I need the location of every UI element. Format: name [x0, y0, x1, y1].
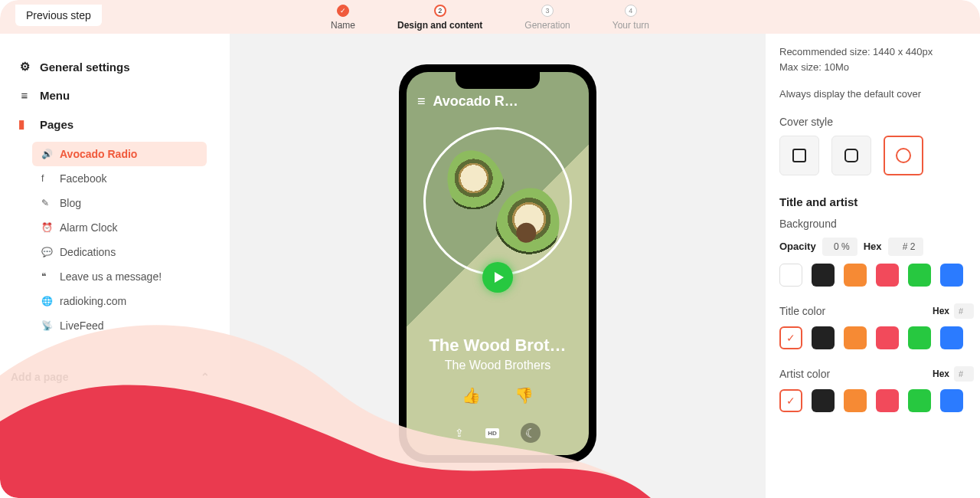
swatch-black[interactable] [812, 264, 835, 287]
audio-shout-out[interactable]: 🎤Audio Shout-out [121, 402, 211, 414]
page-item[interactable]: ⏰Alarm Clock [32, 215, 207, 240]
play-button[interactable] [482, 262, 513, 293]
page-icon: 🌐 [41, 296, 52, 306]
opacity-label: Opacity [779, 241, 816, 252]
extra-item[interactable]: …cation [38, 402, 75, 414]
swatch-orange[interactable] [844, 326, 867, 349]
vote-row: 👍 👎 [407, 386, 589, 405]
preview-area: ≡Avocado R… The Wood Brot… The Wood Brot… [230, 34, 766, 498]
sidebar: ⚙General settings ≡Menu ▮Pages 🔊Avocado … [0, 34, 230, 498]
hex-title-input[interactable]: # [954, 303, 974, 319]
chevron-up-icon: ⌃ [201, 371, 210, 383]
page-item[interactable]: 🔊Avocado Radio [32, 142, 207, 166]
page-icon: f [41, 173, 52, 184]
step-2[interactable]: 2Design and content [397, 5, 482, 31]
swatch-blue[interactable] [940, 326, 963, 349]
phone-notch [456, 70, 540, 89]
swatch-blue[interactable] [940, 264, 963, 287]
step-3[interactable]: 3Generation [524, 5, 570, 31]
cover-style-square[interactable] [779, 136, 819, 175]
cover-style-options [779, 136, 980, 175]
opacity-input[interactable]: 0 % [822, 238, 858, 256]
cover-style-rounded[interactable] [831, 136, 871, 175]
hamburger-icon: ≡ [417, 93, 426, 110]
swatch-orange[interactable] [844, 264, 867, 287]
cover-style-circle[interactable] [884, 136, 923, 175]
hex-artist-input[interactable]: # [954, 366, 974, 382]
right-panel: Recommended size: 1440 x 440px Max size:… [766, 34, 980, 498]
stepper: Name 2Design and content 3Generation 4Yo… [331, 3, 649, 31]
title-swatches: ✓ [779, 326, 980, 349]
phone-screen: ≡Avocado R… The Wood Brot… The Wood Brot… [407, 72, 589, 455]
page-list: 🔊Avocado RadiofFacebook✎Blog⏰Alarm Clock… [32, 142, 213, 333]
page-item[interactable]: fFacebook [32, 166, 207, 191]
hd-badge[interactable]: HD [485, 428, 499, 438]
page-item[interactable]: ✎Blog [32, 191, 207, 215]
app-header: ≡Avocado R… [417, 93, 578, 110]
add-a-page[interactable]: Add a page⌃ [11, 371, 210, 383]
step-4[interactable]: 4Your turn [612, 5, 649, 31]
swatch-selected[interactable]: ✓ [779, 389, 802, 412]
general-settings[interactable]: ⚙General settings [18, 52, 217, 81]
page-item[interactable]: 🌐radioking.com [32, 289, 207, 313]
swatch-selected[interactable]: ✓ [779, 326, 802, 349]
mic-icon: 🎤 [121, 402, 133, 414]
stepper-bar: Previous step Name 2Design and content 3… [0, 0, 980, 34]
step-1[interactable]: Name [331, 5, 355, 31]
page-item[interactable]: 💬Dedications [32, 240, 207, 264]
bg-swatches [779, 264, 980, 287]
hex-label: Hex [864, 241, 882, 252]
pages-icon: ▮ [18, 117, 31, 131]
page-icon: 🔊 [41, 149, 52, 159]
gear-icon: ⚙ [18, 60, 31, 74]
cover-art [423, 127, 572, 276]
artist-color-label: Artist color [779, 368, 830, 380]
track-artist: The Wood Brothers [407, 359, 589, 372]
page-icon: ✎ [41, 198, 52, 208]
page-item[interactable]: ❝Leave us a message! [32, 264, 207, 289]
page-icon: ⏰ [41, 222, 52, 233]
swatch-orange[interactable] [844, 389, 867, 412]
hex-bg-input[interactable]: # 2 [888, 238, 923, 256]
page-icon: ❝ [41, 271, 52, 282]
cover-style-label: Cover style [779, 116, 980, 128]
track-title: The Wood Brot… [407, 336, 589, 355]
swatch-red[interactable] [876, 326, 899, 349]
always-display: Always display the default cover [779, 87, 980, 102]
menu-icon: ≡ [18, 89, 31, 102]
thumbs-up-icon[interactable]: 👍 [462, 386, 481, 405]
swatch-white[interactable] [779, 264, 802, 287]
swatch-green[interactable] [908, 389, 931, 412]
swatch-red[interactable] [876, 389, 899, 412]
thumbs-down-icon[interactable]: 👎 [514, 386, 534, 405]
swatch-blue[interactable] [940, 389, 963, 412]
artist-swatches: ✓ [779, 389, 980, 412]
recommended-size: Recommended size: 1440 x 440px [779, 44, 980, 60]
swatch-green[interactable] [908, 326, 931, 349]
page-icon: 💬 [41, 247, 52, 257]
page-item[interactable]: 📡LiveFeed [32, 313, 207, 333]
background-label: Background [779, 218, 980, 230]
track-info: The Wood Brot… The Wood Brothers [407, 336, 589, 372]
page-icon: 📡 [41, 320, 52, 331]
title-artist-section: Title and artist [779, 195, 980, 208]
bottom-bar: ⇪ HD ☾ [407, 423, 589, 443]
menu-item[interactable]: ≡Menu [18, 81, 217, 110]
swatch-green[interactable] [908, 264, 931, 287]
swatch-black[interactable] [812, 389, 835, 412]
moon-icon[interactable]: ☾ [521, 423, 541, 443]
title-color-label: Title color [779, 305, 825, 317]
max-size: Max size: 10Mo [779, 60, 980, 75]
background-row: Opacity 0 % Hex # 2 [779, 238, 980, 256]
pages-header[interactable]: ▮Pages [18, 110, 217, 139]
previous-step-button[interactable]: Previous step [15, 5, 102, 26]
swatch-red[interactable] [876, 264, 899, 287]
phone-mockup: ≡Avocado R… The Wood Brot… The Wood Brot… [399, 64, 596, 463]
share-icon[interactable]: ⇪ [455, 427, 464, 439]
swatch-black[interactable] [812, 326, 835, 349]
